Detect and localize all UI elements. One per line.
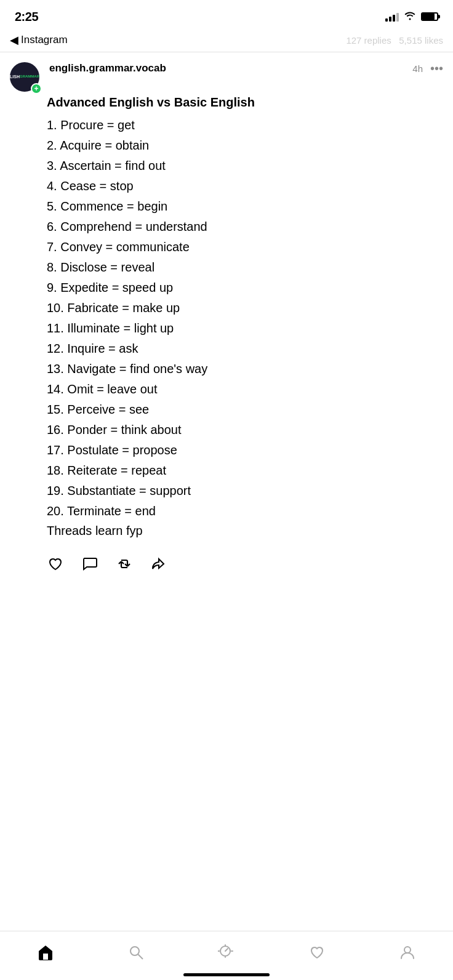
- post-footer-text: Threads learn fyp: [47, 524, 443, 538]
- repost-button[interactable]: [116, 555, 133, 572]
- back-arrow-icon: ◀: [10, 33, 18, 47]
- vocab-item: 11. Illuminate = light up: [47, 318, 443, 339]
- vocab-item: 15. Perceive = see: [47, 400, 443, 420]
- vocab-item: 19. Substantiate = support: [47, 481, 443, 501]
- vocab-item: 5. Commence = begin: [47, 196, 443, 217]
- vocab-item: 1. Procure = get: [47, 115, 443, 135]
- back-label: Instagram: [21, 34, 68, 46]
- more-options-button[interactable]: •••: [430, 62, 443, 74]
- post-content: Advanced English vs Basic English 1. Pro…: [10, 94, 443, 582]
- follow-add-button[interactable]: +: [31, 83, 42, 94]
- signal-icon: [385, 12, 399, 22]
- vocab-item: 13. Navigate = find one's way: [47, 359, 443, 379]
- bottom-nav-activity[interactable]: [218, 944, 235, 961]
- vocab-item: 2. Acquire = obtain: [47, 135, 443, 156]
- post-username[interactable]: english.grammar.vocab: [49, 62, 166, 74]
- vocab-item: 9. Expedite = speed up: [47, 278, 443, 298]
- bottom-nav-search[interactable]: [127, 944, 145, 961]
- vocab-item: 17. Postulate = propose: [47, 440, 443, 460]
- vocab-item: 20. Terminate = end: [47, 501, 443, 521]
- vocab-item: 4. Cease = stop: [47, 176, 443, 196]
- vocab-item: 16. Ponder = think about: [47, 420, 443, 440]
- nav-bar: ◀ Instagram 127 replies 5,515 likes: [0, 31, 453, 52]
- post-title: Advanced English vs Basic English: [47, 94, 443, 110]
- vocab-item: 3. Ascertain = find out: [47, 156, 443, 176]
- post-header: ENGLISH GRAMMAR VOC + english.grammar.vo…: [10, 62, 443, 94]
- vocab-item: 14. Omit = leave out: [47, 379, 443, 400]
- svg-point-2: [404, 947, 411, 953]
- like-button[interactable]: [47, 555, 64, 572]
- comment-button[interactable]: [81, 555, 98, 572]
- vocab-item: 12. Inquire = ask: [47, 339, 443, 359]
- vocab-item: 18. Reiterate = repeat: [47, 460, 443, 481]
- post-meta: english.grammar.vocab 4h •••: [49, 62, 443, 74]
- battery-icon: [421, 12, 438, 21]
- wifi-icon: [404, 10, 416, 23]
- share-button[interactable]: [150, 555, 167, 572]
- action-bar: [47, 548, 443, 582]
- avatar-container: ENGLISH GRAMMAR VOC +: [10, 62, 42, 94]
- bottom-nav-profile[interactable]: [399, 944, 416, 961]
- nav-stats: 127 replies 5,515 likes: [346, 35, 443, 46]
- vocab-item: 10. Fabricate = make up: [47, 298, 443, 318]
- vocab-list: 1. Procure = get2. Acquire = obtain3. As…: [47, 115, 443, 521]
- vocab-item: 8. Disclose = reveal: [47, 257, 443, 278]
- status-icons: [385, 10, 438, 23]
- post-time: 4h: [412, 63, 423, 74]
- home-indicator: [183, 973, 270, 976]
- svg-line-1: [138, 954, 143, 959]
- vocab-item: 7. Convey = communicate: [47, 237, 443, 257]
- post-container: ENGLISH GRAMMAR VOC + english.grammar.vo…: [0, 52, 453, 582]
- bottom-nav-home[interactable]: [37, 944, 54, 961]
- vocab-item: 6. Comprehend = understand: [47, 217, 443, 237]
- svg-point-0: [130, 947, 139, 955]
- status-time: 2:25: [15, 10, 38, 24]
- bottom-nav: [0, 931, 453, 980]
- bottom-nav-likes[interactable]: [308, 944, 326, 961]
- back-button[interactable]: ◀ Instagram: [10, 33, 68, 47]
- status-bar: 2:25: [0, 0, 453, 31]
